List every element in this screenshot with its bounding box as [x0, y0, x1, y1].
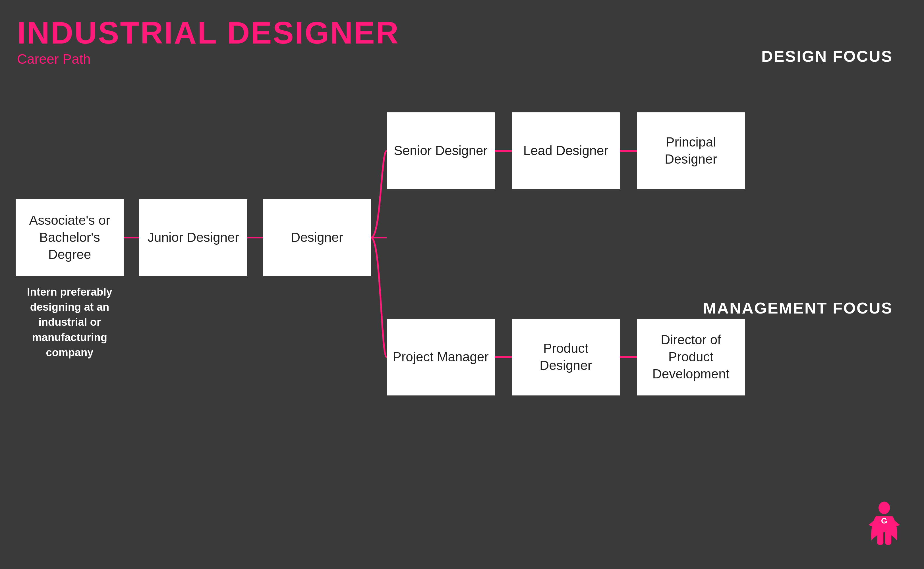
principal-designer-box: Principal Designer — [637, 113, 745, 189]
management-focus-label: MANAGEMENT FOCUS — [703, 299, 893, 317]
designer-label: Designer — [291, 229, 343, 246]
project-manager-box: Project Manager — [387, 319, 495, 396]
svg-text:G: G — [881, 516, 887, 525]
lead-designer-label: Lead Designer — [523, 142, 608, 159]
senior-designer-label: Senior Designer — [394, 142, 488, 159]
director-box: Director of ProductDevelopment — [637, 319, 745, 396]
design-focus-label: DESIGN FOCUS — [762, 47, 893, 65]
page-subtitle: Career Path — [17, 51, 399, 67]
degree-box: Associate's orBachelor's Degree — [16, 199, 124, 276]
designer-box: Designer — [263, 199, 371, 276]
svg-rect-8 — [877, 529, 883, 545]
product-designer-box: Product Designer — [512, 319, 620, 396]
junior-designer-box: Junior Designer — [139, 199, 247, 276]
director-label: Director of ProductDevelopment — [643, 332, 739, 382]
intern-description: Intern preferably designing at an indust… — [16, 284, 124, 360]
project-manager-label: Project Manager — [393, 348, 489, 365]
logo-area: G — [867, 501, 901, 546]
principal-designer-label: Principal Designer — [643, 134, 739, 168]
product-designer-label: Product Designer — [517, 340, 614, 374]
logo-icon: G — [867, 501, 901, 546]
page-title: INDUSTRIAL DESIGNER — [17, 17, 399, 49]
senior-designer-box: Senior Designer — [387, 113, 495, 189]
lead-designer-box: Lead Designer — [512, 113, 620, 189]
connector-lines — [0, 0, 924, 569]
header-section: INDUSTRIAL DESIGNER Career Path — [17, 17, 399, 67]
junior-designer-label: Junior Designer — [147, 229, 239, 246]
svg-point-7 — [878, 502, 890, 514]
svg-rect-9 — [885, 529, 891, 545]
degree-label: Associate's orBachelor's Degree — [21, 212, 118, 263]
